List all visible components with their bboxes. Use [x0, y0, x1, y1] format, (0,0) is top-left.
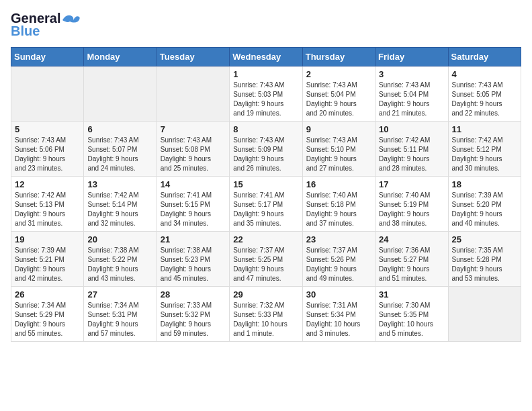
- calendar-cell: 23Sunrise: 7:37 AM Sunset: 5:26 PM Dayli…: [302, 232, 375, 287]
- page-header: General Blue: [11, 11, 521, 39]
- calendar-cell: 2Sunrise: 7:43 AM Sunset: 5:04 PM Daylig…: [302, 66, 375, 122]
- calendar-week-5: 26Sunrise: 7:34 AM Sunset: 5:29 PM Dayli…: [11, 287, 521, 342]
- calendar-cell: 10Sunrise: 7:42 AM Sunset: 5:11 PM Dayli…: [375, 122, 448, 177]
- day-number: 28: [161, 289, 226, 300]
- calendar-cell: 26Sunrise: 7:34 AM Sunset: 5:29 PM Dayli…: [11, 287, 84, 342]
- cell-content: Sunrise: 7:37 AM Sunset: 5:25 PM Dayligh…: [233, 246, 298, 283]
- day-number: 10: [379, 124, 444, 134]
- cell-content: Sunrise: 7:31 AM Sunset: 5:34 PM Dayligh…: [306, 301, 371, 338]
- cell-content: Sunrise: 7:43 AM Sunset: 5:04 PM Dayligh…: [379, 81, 444, 118]
- calendar-cell: 12Sunrise: 7:42 AM Sunset: 5:13 PM Dayli…: [11, 177, 84, 232]
- day-number: 11: [452, 124, 517, 134]
- cell-content: Sunrise: 7:41 AM Sunset: 5:15 PM Dayligh…: [161, 191, 226, 228]
- weekday-header-tuesday: Tuesday: [157, 48, 229, 66]
- weekday-header-saturday: Saturday: [448, 48, 521, 66]
- calendar-cell: 16Sunrise: 7:40 AM Sunset: 5:18 PM Dayli…: [302, 177, 375, 232]
- day-number: 20: [87, 234, 152, 244]
- calendar-cell: 24Sunrise: 7:36 AM Sunset: 5:27 PM Dayli…: [375, 232, 448, 287]
- bird-logo-icon: [62, 13, 81, 25]
- day-number: 14: [161, 179, 226, 189]
- cell-content: Sunrise: 7:43 AM Sunset: 5:03 PM Dayligh…: [233, 81, 298, 118]
- cell-content: Sunrise: 7:43 AM Sunset: 5:04 PM Dayligh…: [306, 81, 371, 118]
- day-number: 9: [306, 124, 371, 134]
- day-number: 19: [15, 234, 80, 244]
- cell-content: Sunrise: 7:30 AM Sunset: 5:35 PM Dayligh…: [379, 301, 444, 338]
- day-number: 22: [233, 234, 298, 244]
- calendar-cell: 30Sunrise: 7:31 AM Sunset: 5:34 PM Dayli…: [302, 287, 375, 342]
- calendar-cell: [157, 66, 229, 122]
- day-number: 13: [87, 179, 152, 189]
- calendar-cell: 4Sunrise: 7:43 AM Sunset: 5:05 PM Daylig…: [448, 66, 521, 122]
- cell-content: Sunrise: 7:38 AM Sunset: 5:23 PM Dayligh…: [161, 246, 226, 283]
- day-number: 2: [306, 69, 371, 79]
- day-number: 6: [87, 124, 152, 134]
- calendar-cell: 14Sunrise: 7:41 AM Sunset: 5:15 PM Dayli…: [157, 177, 229, 232]
- day-number: 4: [452, 69, 517, 79]
- calendar-cell: 25Sunrise: 7:35 AM Sunset: 5:28 PM Dayli…: [448, 232, 521, 287]
- cell-content: Sunrise: 7:37 AM Sunset: 5:26 PM Dayligh…: [306, 246, 371, 283]
- cell-content: Sunrise: 7:39 AM Sunset: 5:21 PM Dayligh…: [15, 246, 80, 283]
- calendar-week-4: 19Sunrise: 7:39 AM Sunset: 5:21 PM Dayli…: [11, 232, 521, 287]
- weekday-header-thursday: Thursday: [302, 48, 375, 66]
- calendar-week-2: 5Sunrise: 7:43 AM Sunset: 5:06 PM Daylig…: [11, 122, 521, 177]
- calendar-cell: 15Sunrise: 7:41 AM Sunset: 5:17 PM Dayli…: [230, 177, 302, 232]
- calendar-cell: 27Sunrise: 7:34 AM Sunset: 5:31 PM Dayli…: [84, 287, 157, 342]
- cell-content: Sunrise: 7:36 AM Sunset: 5:27 PM Dayligh…: [379, 246, 444, 283]
- day-number: 8: [233, 124, 298, 134]
- day-number: 23: [306, 234, 371, 244]
- calendar-cell: 18Sunrise: 7:39 AM Sunset: 5:20 PM Dayli…: [448, 177, 521, 232]
- logo-blue-text: Blue: [11, 24, 40, 39]
- calendar-cell: 1Sunrise: 7:43 AM Sunset: 5:03 PM Daylig…: [230, 66, 302, 122]
- cell-content: Sunrise: 7:40 AM Sunset: 5:18 PM Dayligh…: [306, 191, 371, 228]
- cell-content: Sunrise: 7:38 AM Sunset: 5:22 PM Dayligh…: [87, 246, 152, 283]
- calendar-cell: 11Sunrise: 7:42 AM Sunset: 5:12 PM Dayli…: [448, 122, 521, 177]
- cell-content: Sunrise: 7:43 AM Sunset: 5:10 PM Dayligh…: [306, 136, 371, 173]
- calendar-cell: 28Sunrise: 7:33 AM Sunset: 5:32 PM Dayli…: [157, 287, 229, 342]
- calendar-cell: 9Sunrise: 7:43 AM Sunset: 5:10 PM Daylig…: [302, 122, 375, 177]
- cell-content: Sunrise: 7:43 AM Sunset: 5:07 PM Dayligh…: [87, 136, 152, 173]
- cell-content: Sunrise: 7:34 AM Sunset: 5:29 PM Dayligh…: [15, 301, 80, 338]
- day-number: 16: [306, 179, 371, 189]
- cell-content: Sunrise: 7:43 AM Sunset: 5:05 PM Dayligh…: [452, 81, 517, 118]
- day-number: 3: [379, 69, 444, 79]
- day-number: 29: [233, 289, 298, 300]
- calendar-week-1: 1Sunrise: 7:43 AM Sunset: 5:03 PM Daylig…: [11, 66, 521, 122]
- day-number: 26: [15, 289, 80, 300]
- day-number: 25: [452, 234, 517, 244]
- calendar-cell: 17Sunrise: 7:40 AM Sunset: 5:19 PM Dayli…: [375, 177, 448, 232]
- calendar-cell: [84, 66, 157, 122]
- cell-content: Sunrise: 7:33 AM Sunset: 5:32 PM Dayligh…: [161, 301, 226, 338]
- calendar-cell: 6Sunrise: 7:43 AM Sunset: 5:07 PM Daylig…: [84, 122, 157, 177]
- day-number: 7: [161, 124, 226, 134]
- day-number: 1: [233, 69, 298, 79]
- cell-content: Sunrise: 7:43 AM Sunset: 5:06 PM Dayligh…: [15, 136, 80, 173]
- calendar-cell: 31Sunrise: 7:30 AM Sunset: 5:35 PM Dayli…: [375, 287, 448, 342]
- calendar-cell: 5Sunrise: 7:43 AM Sunset: 5:06 PM Daylig…: [11, 122, 84, 177]
- weekday-header-friday: Friday: [375, 48, 448, 66]
- calendar-cell: [448, 287, 521, 342]
- cell-content: Sunrise: 7:42 AM Sunset: 5:13 PM Dayligh…: [15, 191, 80, 228]
- day-number: 31: [379, 289, 444, 300]
- day-number: 27: [87, 289, 152, 300]
- weekday-header-monday: Monday: [84, 48, 157, 66]
- cell-content: Sunrise: 7:41 AM Sunset: 5:17 PM Dayligh…: [233, 191, 298, 228]
- cell-content: Sunrise: 7:42 AM Sunset: 5:14 PM Dayligh…: [87, 191, 152, 228]
- day-number: 18: [452, 179, 517, 189]
- calendar-cell: 20Sunrise: 7:38 AM Sunset: 5:22 PM Dayli…: [84, 232, 157, 287]
- cell-content: Sunrise: 7:34 AM Sunset: 5:31 PM Dayligh…: [87, 301, 152, 338]
- day-number: 30: [306, 289, 371, 300]
- calendar-week-3: 12Sunrise: 7:42 AM Sunset: 5:13 PM Dayli…: [11, 177, 521, 232]
- calendar-cell: 29Sunrise: 7:32 AM Sunset: 5:33 PM Dayli…: [230, 287, 302, 342]
- calendar-cell: [11, 66, 84, 122]
- weekday-header-sunday: Sunday: [11, 48, 84, 66]
- calendar-cell: 3Sunrise: 7:43 AM Sunset: 5:04 PM Daylig…: [375, 66, 448, 122]
- calendar-header-row: SundayMondayTuesdayWednesdayThursdayFrid…: [11, 48, 521, 66]
- day-number: 24: [379, 234, 444, 244]
- calendar-cell: 7Sunrise: 7:43 AM Sunset: 5:08 PM Daylig…: [157, 122, 229, 177]
- logo: General Blue: [11, 11, 81, 39]
- calendar-cell: 21Sunrise: 7:38 AM Sunset: 5:23 PM Dayli…: [157, 232, 229, 287]
- day-number: 12: [15, 179, 80, 189]
- cell-content: Sunrise: 7:42 AM Sunset: 5:11 PM Dayligh…: [379, 136, 444, 173]
- cell-content: Sunrise: 7:43 AM Sunset: 5:09 PM Dayligh…: [233, 136, 298, 173]
- cell-content: Sunrise: 7:40 AM Sunset: 5:19 PM Dayligh…: [379, 191, 444, 228]
